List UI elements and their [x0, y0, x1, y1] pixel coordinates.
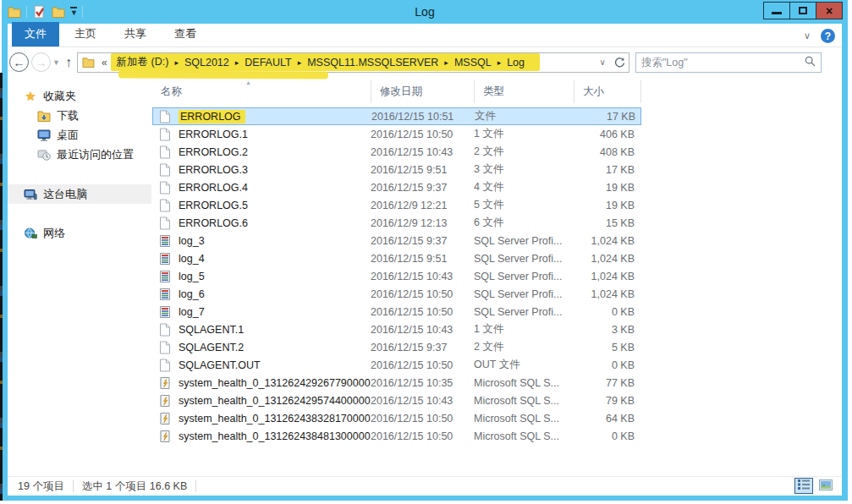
- breadcrumb-separator-icon[interactable]: ▸: [295, 58, 305, 67]
- file-row[interactable]: SQLAGENT.12016/12/15 10:431 文件3 KB: [152, 320, 641, 338]
- file-size: 3 KB: [574, 324, 635, 336]
- sidebar-item[interactable]: ★收藏夹: [8, 86, 151, 106]
- file-row[interactable]: SQLAGENT.OUT2016/12/15 10:50OUT 文件0 KB: [152, 356, 641, 374]
- file-type: SQL Server Profi...: [474, 288, 574, 300]
- file-row[interactable]: system_health_0_1312624384813000002016/1…: [152, 427, 641, 445]
- breadcrumb-item[interactable]: Log: [503, 57, 528, 68]
- file-date: 2016/12/15 10:43: [371, 146, 474, 158]
- navigation-pane: ★收藏夹下载桌面最近访问的位置这台电脑网络: [8, 76, 151, 476]
- file-size: 408 KB: [574, 146, 635, 158]
- minimize-button[interactable]: [763, 2, 790, 19]
- file-type: Microsoft SQL S...: [474, 413, 574, 425]
- status-separator: [73, 480, 74, 492]
- file-type: 2 文件: [474, 145, 574, 159]
- breadcrumb-item[interactable]: MSSQL: [451, 57, 495, 68]
- file-row[interactable]: log_72016/12/15 10:50SQL Server Profi...…: [152, 303, 641, 320]
- view-buttons: [794, 478, 835, 494]
- file-row[interactable]: system_health_0_1312624292677900002016/1…: [152, 374, 641, 392]
- file-row[interactable]: ERRORLOG.32016/12/15 9:513 文件17 KB: [152, 161, 641, 178]
- file-date: 2016/12/9 12:13: [371, 217, 474, 229]
- breadcrumb-overflow-icon[interactable]: «: [102, 57, 107, 68]
- blank-file-icon: [159, 128, 173, 141]
- file-row[interactable]: ERRORLOG.52016/12/9 12:215 文件19 KB: [152, 196, 641, 214]
- blank-file-icon: [159, 359, 173, 372]
- file-size: 0 KB: [574, 359, 635, 371]
- trace-file-icon: [159, 305, 173, 319]
- breadcrumb-separator-icon[interactable]: ▸: [233, 58, 242, 67]
- blank-file-icon: [159, 181, 173, 194]
- main-area: ★收藏夹下载桌面最近访问的位置这台电脑网络 名称▲修改日期类型大小 ERRORL…: [8, 76, 842, 476]
- column-header[interactable]: 名称▲: [152, 80, 371, 103]
- ribbon-expand-chevron-icon[interactable]: ∨: [804, 30, 811, 41]
- sidebar-item[interactable]: 桌面: [8, 125, 151, 145]
- file-date: 2016/12/15 10:35: [371, 377, 474, 389]
- forward-button[interactable]: →: [31, 52, 51, 72]
- blank-file-icon: [159, 163, 173, 177]
- file-size: 5 KB: [574, 342, 635, 353]
- file-row[interactable]: ERRORLOG2016/12/15 10:51文件17 KB: [152, 107, 641, 125]
- file-row[interactable]: ERRORLOG.62016/12/9 12:136 文件15 KB: [152, 214, 641, 232]
- address-bar[interactable]: « 新加卷 (D:)▸SQL2012▸DEFAULT▸MSSQL11.MSSQL…: [77, 52, 629, 73]
- file-name: ERRORLOG.5: [179, 200, 248, 211]
- details-view-button[interactable]: [794, 478, 813, 494]
- search-input[interactable]: [641, 57, 805, 68]
- sidebar-item[interactable]: 网络: [8, 223, 151, 243]
- blank-file-icon: [159, 341, 173, 354]
- sidebar-item[interactable]: 这台电脑: [8, 184, 151, 204]
- sidebar-item-label: 收藏夹: [43, 89, 76, 104]
- file-list: 名称▲修改日期类型大小 ERRORLOG2016/12/15 10:51文件17…: [152, 76, 842, 476]
- file-name: ERRORLOG.1: [179, 129, 248, 140]
- search-icon[interactable]: [805, 55, 816, 70]
- sidebar-item[interactable]: 最近访问的位置: [8, 145, 151, 164]
- file-type: 5 文件: [474, 198, 574, 212]
- file-row[interactable]: ERRORLOG.42016/12/15 9:374 文件19 KB: [152, 178, 641, 196]
- maximize-button[interactable]: [789, 2, 816, 19]
- thumbnail-view-button[interactable]: [816, 478, 835, 494]
- column-header[interactable]: 类型: [474, 80, 574, 103]
- tab-file[interactable]: 文件: [12, 22, 59, 47]
- address-dropdown-icon[interactable]: ∨: [600, 58, 606, 67]
- sidebar-item[interactable]: 下载: [8, 106, 151, 125]
- file-row[interactable]: ERRORLOG.12016/12/15 10:501 文件406 KB: [152, 125, 641, 143]
- file-row[interactable]: log_52016/12/15 10:43SQL Server Profi...…: [152, 267, 641, 285]
- file-date: 2016/12/15 10:51: [371, 111, 475, 123]
- file-row[interactable]: log_42016/12/15 9:51SQL Server Profi...1…: [152, 249, 641, 267]
- file-row[interactable]: log_32016/12/15 9:37SQL Server Profi...1…: [152, 232, 641, 249]
- file-date: 2016/12/15 10:43: [371, 271, 474, 282]
- file-name: ERRORLOG.2: [179, 146, 248, 158]
- tab-home[interactable]: 主页: [62, 22, 109, 47]
- breadcrumb-separator-icon[interactable]: ▸: [172, 58, 181, 67]
- breadcrumb-item[interactable]: 新加卷 (D:): [113, 55, 173, 69]
- file-row[interactable]: system_health_0_1312624383281700002016/1…: [152, 409, 641, 427]
- details-view-icon: [798, 479, 810, 492]
- file-name: log_6: [179, 288, 205, 300]
- help-icon[interactable]: ?: [821, 29, 835, 43]
- window-controls: ×: [764, 2, 843, 19]
- trace-file-icon: [159, 252, 173, 266]
- file-row[interactable]: ERRORLOG.22016/12/15 10:432 文件408 KB: [152, 143, 641, 161]
- file-name: ERRORLOG.3: [179, 164, 248, 176]
- up-button[interactable]: ↑: [65, 55, 72, 70]
- history-dropdown-icon[interactable]: ▼: [52, 58, 60, 67]
- column-header[interactable]: 修改日期: [371, 80, 474, 103]
- column-header[interactable]: 大小: [574, 80, 641, 103]
- tab-view[interactable]: 查看: [162, 22, 209, 47]
- breadcrumb-item[interactable]: DEFAULT: [241, 57, 294, 68]
- tab-share[interactable]: 共享: [112, 22, 159, 47]
- file-row[interactable]: SQLAGENT.22016/12/15 9:372 文件5 KB: [152, 338, 641, 356]
- file-size: 19 KB: [574, 182, 635, 194]
- breadcrumb-item[interactable]: SQL2012: [181, 57, 233, 68]
- file-row[interactable]: system_health_0_1312624295744000002016/1…: [152, 392, 641, 409]
- breadcrumb-separator-icon[interactable]: ▸: [495, 58, 504, 67]
- computer-icon: [23, 189, 38, 200]
- xel-file-icon: [159, 430, 173, 443]
- close-button[interactable]: ×: [816, 2, 843, 19]
- refresh-icon[interactable]: [614, 57, 625, 68]
- back-button[interactable]: ←: [9, 52, 29, 72]
- breadcrumb-separator-icon[interactable]: ▸: [442, 58, 451, 67]
- breadcrumb-item[interactable]: MSSQL11.MSSQLSERVER: [304, 57, 442, 68]
- sidebar-item-label: 桌面: [57, 128, 79, 143]
- file-row[interactable]: log_62016/12/15 10:50SQL Server Profi...…: [152, 285, 641, 303]
- file-date: 2016/12/15 10:50: [371, 413, 474, 425]
- xel-file-icon: [159, 412, 173, 425]
